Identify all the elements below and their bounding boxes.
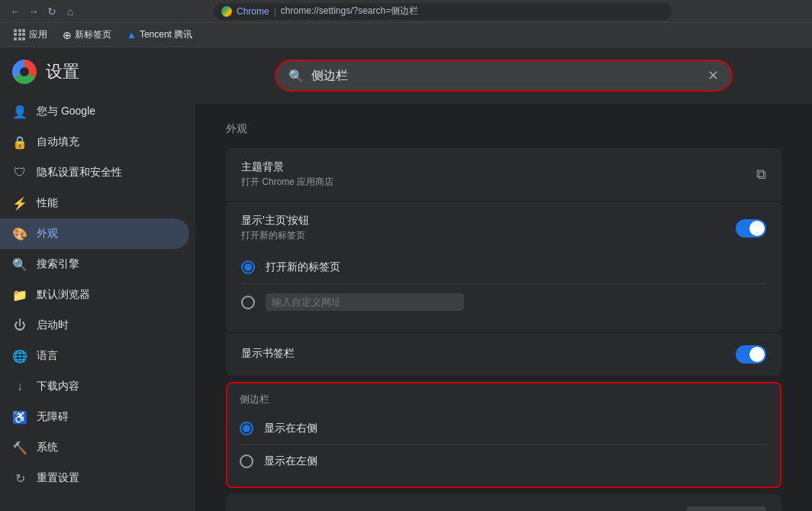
sidebar-left-circle: [240, 454, 253, 468]
sidebar-label-reset: 重置设置: [37, 471, 79, 485]
show-bookmarks-toggle[interactable]: [736, 345, 766, 364]
sidebar-label-language: 语言: [37, 349, 58, 363]
theme-desc: 打开 Chrome 应用商店: [241, 176, 756, 189]
sidebar-label-google: 您与 Google: [37, 105, 95, 118]
settings-content: 🔍 侧边栏 ✕ 外观 主题背景 打开 Chrome 应用商店 ⧉: [195, 47, 812, 511]
sidebar-item-reset[interactable]: ↻ 重置设置: [0, 463, 189, 493]
show-home-toggle[interactable]: [736, 219, 766, 238]
show-home-left: 显示'主页'按钮 打开新的标签页: [241, 214, 736, 242]
url-text: chrome://settings/?search=侧边栏: [281, 5, 418, 18]
sidebar-item-system[interactable]: 🔨 系统: [0, 432, 189, 463]
reset-icon: ↻: [12, 471, 27, 486]
reload-button[interactable]: ↻: [46, 5, 58, 18]
person-icon: 👤: [12, 104, 27, 119]
url-separator: |: [274, 6, 276, 17]
sidebar-label-performance: 性能: [37, 196, 58, 210]
apps-grid-icon: [14, 29, 26, 41]
sidebar-title: 设置: [46, 60, 79, 83]
forward-button[interactable]: →: [27, 5, 40, 18]
show-bookmarks-left: 显示书签栏: [241, 347, 736, 362]
apps-bookmark[interactable]: 应用: [9, 27, 52, 43]
sidebar-label-accessibility: 无障碍: [37, 410, 69, 424]
search-input-value[interactable]: 侧边栏: [311, 68, 700, 84]
sidebar-label-system: 系统: [37, 441, 58, 454]
autofill-icon: 🔒: [12, 134, 27, 150]
new-tab-label: 新标签页: [75, 28, 111, 41]
sidebar-right-circle: [240, 422, 253, 435]
sidebar-header: 设置: [0, 60, 195, 96]
home-button[interactable]: ⌂: [64, 5, 76, 18]
sidebar-right-option[interactable]: 显示在右侧: [240, 412, 768, 445]
performance-icon: ⚡: [12, 196, 27, 211]
sidebar-label-downloads: 下载内容: [37, 380, 79, 393]
theme-label: 主题背景: [241, 160, 756, 174]
sidebar-item-google[interactable]: 👤 您与 Google: [0, 96, 189, 127]
radio-custom-circle: [241, 296, 255, 309]
search-bar-wrapper: 🔍 侧边栏 ✕: [195, 47, 812, 104]
wrench-icon: 🔨: [12, 440, 27, 455]
font-section-row: 字号 中（推荐） ▼: [226, 494, 781, 511]
palette-icon: 🎨: [12, 226, 27, 241]
custom-url-input[interactable]: [266, 293, 464, 311]
globe-icon: 🌐: [12, 348, 27, 364]
radio-custom-option[interactable]: [241, 283, 766, 320]
sidebar-section-label: 侧边栏: [240, 393, 768, 406]
search-clear-button[interactable]: ✕: [707, 67, 719, 84]
radio-newtab-option[interactable]: 打开新的标签页: [241, 251, 766, 283]
radio-newtab-circle: [241, 260, 255, 274]
sidebar-item-accessibility[interactable]: ♿ 无障碍: [0, 402, 189, 432]
search-bar[interactable]: 🔍 侧边栏 ✕: [275, 60, 733, 92]
back-button[interactable]: ←: [9, 5, 21, 18]
sidebar-left-label: 显示在左侧: [264, 454, 317, 468]
sidebar-section-box: 侧边栏 显示在右侧 显示在左侧: [226, 382, 781, 488]
download-icon: ↓: [12, 379, 27, 394]
sidebar-label-search: 搜索引擎: [37, 257, 79, 271]
sidebar-item-search[interactable]: 🔍 搜索引擎: [0, 249, 189, 280]
chrome-text: Chrome: [237, 6, 269, 17]
sidebar-label-autofill: 自动填充: [37, 135, 79, 149]
font-dropdown[interactable]: 中（推荐） ▼: [687, 506, 766, 511]
new-tab-bookmark[interactable]: ⊕ 新标签页: [58, 27, 116, 43]
theme-left: 主题背景 打开 Chrome 应用商店: [241, 160, 756, 189]
show-bookmarks-label: 显示书签栏: [241, 347, 736, 361]
sidebar-item-performance[interactable]: ⚡ 性能: [0, 188, 189, 218]
settings-main-content: 外观 主题背景 打开 Chrome 应用商店 ⧉ 显示'主页'按钮 打开新的标签…: [195, 104, 812, 511]
accessibility-icon: ♿: [12, 409, 27, 425]
show-home-desc: 打开新的标签页: [241, 229, 736, 242]
sidebar-item-downloads[interactable]: ↓ 下载内容: [0, 371, 189, 402]
external-link-icon: ⧉: [756, 167, 766, 183]
new-tab-icon: ⊕: [63, 29, 72, 41]
browser-icon: 📁: [12, 287, 27, 302]
apps-label: 应用: [29, 28, 47, 41]
tencent-icon: ▲: [127, 29, 137, 40]
bookmarks-bar: 应用 ⊕ 新标签页 ▲ Tencent 腾讯: [0, 23, 812, 47]
sidebar-item-privacy[interactable]: 🛡 隐私设置和安全性: [0, 157, 189, 188]
radio-newtab-label: 打开新的标签页: [266, 260, 340, 274]
sidebar-item-language[interactable]: 🌐 语言: [0, 341, 189, 371]
sidebar-label-appearance: 外观: [37, 227, 58, 241]
sidebar-label-default-browser: 默认浏览器: [37, 288, 90, 302]
sidebar-item-default-browser[interactable]: 📁 默认浏览器: [0, 280, 189, 310]
theme-setting-item: 主题背景 打开 Chrome 应用商店 ⧉: [226, 148, 781, 201]
tencent-label: Tencent 腾讯: [140, 28, 192, 41]
tencent-bookmark[interactable]: ▲ Tencent 腾讯: [122, 27, 197, 43]
shield-icon: 🛡: [12, 165, 27, 180]
url-favicon: [221, 6, 232, 17]
show-home-setting-item: 显示'主页'按钮 打开新的标签页 打开新的标签页: [226, 202, 781, 332]
chrome-logo-icon: [12, 60, 37, 84]
appearance-section-title: 外观: [226, 122, 781, 136]
radio-custom-label: [266, 293, 464, 311]
sidebar-label-startup: 启动时: [37, 319, 69, 332]
settings-sidebar: 设置 👤 您与 Google 🔒 自动填充 🛡 隐私设置和安全性 ⚡ 性能 🎨 …: [0, 47, 195, 511]
url-bar[interactable]: Chrome | chrome://settings/?search=侧边栏: [214, 3, 672, 20]
browser-chrome: ← → ↻ ⌂ Chrome | chrome://settings/?sear…: [0, 0, 812, 23]
sidebar-left-option[interactable]: 显示在左侧: [240, 445, 768, 477]
power-icon: ⏻: [12, 318, 27, 333]
sidebar-item-appearance[interactable]: 🎨 外观: [0, 218, 189, 249]
search-icon: 🔍: [288, 69, 304, 83]
magnifier-icon: 🔍: [12, 257, 27, 272]
sidebar-item-autofill[interactable]: 🔒 自动填充: [0, 127, 189, 157]
sidebar-item-startup[interactable]: ⏻ 启动时: [0, 310, 189, 341]
theme-action[interactable]: ⧉: [756, 167, 766, 183]
show-home-label: 显示'主页'按钮: [241, 214, 736, 228]
